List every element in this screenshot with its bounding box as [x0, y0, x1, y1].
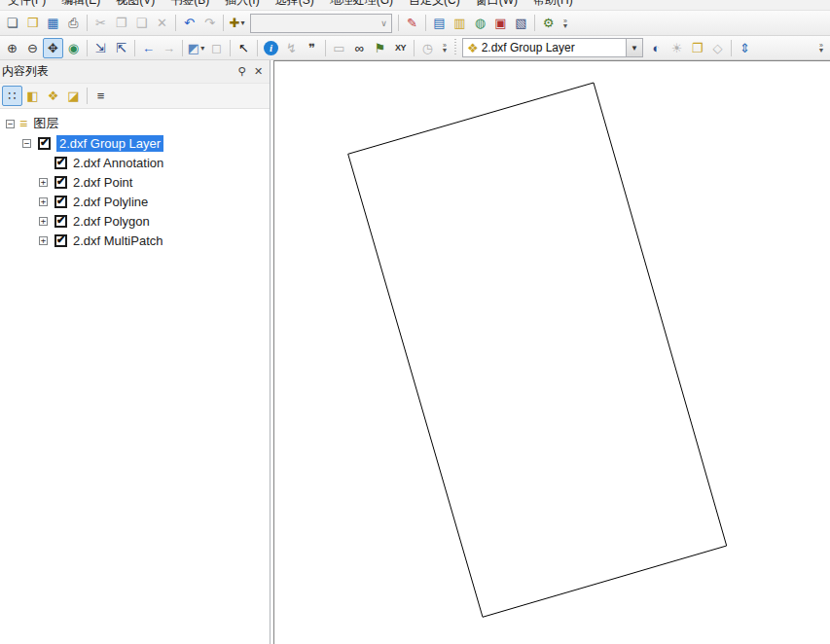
- menu-geoprocessing[interactable]: 地理处理(G): [322, 0, 401, 2]
- tools-toolbar-overflow[interactable]: » ▼: [438, 43, 451, 53]
- effects-toolbar-grip[interactable]: [454, 39, 456, 56]
- zoom-in-icon[interactable]: ⊕: [2, 38, 22, 58]
- cut-icon: ✂: [90, 13, 111, 33]
- layer-visibility-checkbox[interactable]: ✔: [54, 176, 67, 189]
- find-route-icon[interactable]: ⚑: [370, 38, 390, 58]
- expand-icon[interactable]: +: [39, 236, 48, 245]
- go-to-xy-icon[interactable]: XY: [390, 38, 411, 58]
- modelbuilder-icon[interactable]: ⚙: [538, 13, 559, 33]
- forward-extent-icon: →: [159, 38, 179, 58]
- full-extent-icon[interactable]: ◉: [63, 38, 84, 58]
- fixed-zoom-out-icon[interactable]: ⇱: [111, 38, 131, 58]
- menu-edit[interactable]: 编辑(E): [54, 0, 108, 2]
- redo-icon: ↷: [199, 13, 220, 33]
- collapse-icon[interactable]: −: [6, 120, 15, 128]
- identify-icon[interactable]: i: [261, 38, 281, 58]
- list-by-source-icon[interactable]: ◧: [22, 86, 43, 106]
- layer-label[interactable]: 2.dxf Group Layer: [56, 135, 163, 152]
- add-data-dropdown-icon[interactable]: ▾: [240, 18, 244, 27]
- layer-label[interactable]: 2.dxf Polygon: [73, 214, 150, 229]
- open-icon[interactable]: ❒: [22, 13, 43, 33]
- map-scale-combo[interactable]: ∨: [250, 14, 392, 33]
- select-elements-icon[interactable]: ↖: [234, 38, 254, 58]
- expand-icon[interactable]: +: [39, 217, 48, 226]
- hyperlink-icon: ↯: [281, 38, 302, 58]
- editor-sketch-icon[interactable]: ✎: [402, 13, 422, 33]
- menu-window[interactable]: 窗口(W): [468, 0, 525, 2]
- save-icon[interactable]: ▦: [43, 13, 63, 33]
- pan-icon[interactable]: ✥: [43, 38, 63, 58]
- close-icon[interactable]: ✕: [250, 63, 267, 80]
- menu-file[interactable]: 文件(F): [0, 0, 54, 2]
- effects-layer-combo-dropdown[interactable]: ▼: [626, 39, 642, 56]
- effects-layer-combo[interactable]: ❖ 2.dxf Group Layer ▼: [462, 38, 643, 57]
- menu-selection[interactable]: 选择(S): [268, 0, 322, 2]
- delete-icon: ✕: [152, 13, 172, 33]
- list-by-drawing-order-icon[interactable]: ∷: [2, 86, 22, 106]
- menu-insert[interactable]: 插入(I): [217, 0, 267, 2]
- check-icon: ✔: [56, 215, 65, 226]
- check-icon: ✔: [56, 176, 65, 187]
- catalog-icon[interactable]: ▥: [450, 13, 470, 33]
- dim-icon: ◇: [707, 38, 728, 58]
- tree-row: +✔2.dxf Polygon: [0, 211, 270, 231]
- scale-combo-arrow-icon[interactable]: ∨: [377, 18, 391, 28]
- menu-bookmarks[interactable]: 书签(B): [162, 0, 217, 2]
- standard-toolbar-overflow[interactable]: » ▼: [559, 18, 572, 28]
- layer-label[interactable]: 2.dxf MultiPatch: [73, 233, 163, 248]
- layers-icon: ≡: [19, 116, 27, 131]
- table-of-contents-icon[interactable]: ▤: [429, 13, 450, 33]
- map-canvas[interactable]: [273, 60, 830, 644]
- new-document-icon[interactable]: ❏: [2, 13, 22, 33]
- toolbar-separator: [175, 15, 176, 31]
- overflow-down-icon: ▼: [442, 48, 449, 53]
- contrast-icon[interactable]: ◐: [646, 38, 667, 58]
- fixed-zoom-in-icon[interactable]: ⇲: [90, 38, 111, 58]
- layer-label[interactable]: 图层: [33, 115, 58, 132]
- layer-visibility-checkbox[interactable]: ✔: [38, 137, 51, 150]
- swipe-icon[interactable]: ⇕: [735, 38, 755, 58]
- toolbar-separator: [134, 40, 135, 56]
- search-icon[interactable]: ◍: [470, 13, 490, 33]
- menu-customize[interactable]: 自定义(C): [401, 0, 468, 2]
- find-icon[interactable]: ∞: [349, 38, 370, 58]
- tools-toolbar: ⊕⊖✥◉⇲⇱←→◩▾◻↖i↯❞▭∞⚑XY◷ » ▼ ❖ 2.dxf Group …: [0, 36, 830, 60]
- copy-icon: ❐: [111, 13, 131, 33]
- layer-visibility-checkbox[interactable]: ✔: [54, 157, 67, 169]
- toolbar-separator: [87, 88, 88, 104]
- expand-icon[interactable]: +: [39, 197, 48, 206]
- layer-visibility-checkbox[interactable]: ✔: [54, 215, 67, 228]
- map-scale-input[interactable]: [251, 15, 377, 32]
- html-popup-icon[interactable]: ❞: [302, 38, 322, 58]
- list-by-visibility-icon[interactable]: ❖: [43, 86, 63, 106]
- expand-icon[interactable]: +: [39, 178, 48, 187]
- menu-help[interactable]: 帮助(H): [525, 0, 581, 2]
- toc-options-icon[interactable]: ≡: [90, 86, 111, 106]
- undo-icon[interactable]: ↶: [179, 13, 199, 33]
- select-features-dropdown-icon[interactable]: ▾: [200, 44, 204, 53]
- effects-toolbar-overflow[interactable]: » ▼: [814, 43, 828, 53]
- layer-visibility-checkbox[interactable]: ✔: [54, 234, 67, 247]
- layer-label[interactable]: 2.dxf Polyline: [73, 195, 148, 209]
- menu-view[interactable]: 视图(V): [108, 0, 162, 2]
- layer-visibility-checkbox[interactable]: ✔: [54, 196, 67, 208]
- table-of-contents-panel: 内容列表 ⚲ ✕ ∷◧❖◪≡ −≡图层−✔2.dxf Group Layer✔2…: [0, 60, 271, 644]
- zoom-out-icon[interactable]: ⊖: [22, 38, 43, 58]
- toolbar-separator: [398, 15, 399, 31]
- check-icon: ✔: [56, 196, 65, 206]
- toolbar-separator: [87, 40, 88, 56]
- select-features-icon[interactable]: ◩▾: [186, 38, 206, 58]
- pin-icon[interactable]: ⚲: [234, 63, 250, 80]
- group-layer-icon: ❖: [467, 41, 479, 55]
- arctoolbox-icon[interactable]: ▣: [490, 13, 511, 33]
- effects-toolbar-slot: ◐☀❐◇⇕: [646, 38, 755, 58]
- print-icon[interactable]: ⎙: [63, 13, 84, 33]
- collapse-icon[interactable]: −: [22, 139, 31, 148]
- back-extent-icon[interactable]: ←: [138, 38, 159, 58]
- add-data-icon[interactable]: ✚▾: [227, 13, 247, 33]
- layer-label[interactable]: 2.dxf Point: [73, 175, 132, 190]
- layer-label[interactable]: 2.dxf Annotation: [73, 156, 163, 170]
- list-by-selection-icon[interactable]: ◪: [63, 86, 84, 106]
- transparency-icon[interactable]: ❐: [687, 38, 707, 58]
- python-icon[interactable]: ▧: [511, 13, 531, 33]
